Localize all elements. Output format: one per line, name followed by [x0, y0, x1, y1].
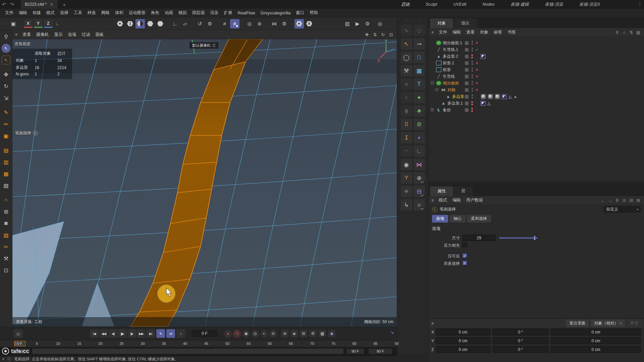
disabled-icon[interactable]: ✕ — [475, 81, 478, 85]
menubar-item-体积[interactable]: 体积 — [113, 9, 126, 17]
menubar-item-创建[interactable]: 创建 — [30, 9, 43, 17]
tree-row-多边形.2[interactable]: ▲多边形.2 — [429, 53, 644, 60]
viewport-canvas[interactable]: Y Z X — [12, 39, 397, 327]
current-frame-field[interactable]: 0 F — [192, 330, 217, 337]
isoline-icon[interactable]: ◎ — [245, 19, 254, 28]
menubar-item-模式[interactable]: 模式 — [44, 9, 57, 17]
visibility-dots[interactable] — [471, 74, 473, 79]
home-icon[interactable]: ⌂ — [621, 30, 627, 35]
magnet-points-icon[interactable]: ⠿ — [401, 119, 412, 130]
weld-tool[interactable]: ◙ — [1, 218, 11, 228]
auto-snap-icon[interactable]: A — [305, 19, 314, 28]
layout-tab-Nodes[interactable]: Nodes — [482, 1, 495, 8]
light-st-icon[interactable]: ☼ST — [414, 199, 425, 210]
menubar-item-窗口[interactable]: 窗口 — [293, 9, 307, 17]
camera-label-pill[interactable]: 默认摄像机 已 — [190, 42, 218, 49]
tweak-select-icon[interactable]: ↖ — [401, 38, 412, 50]
layer-square[interactable] — [465, 108, 469, 112]
size-slider[interactable] — [499, 237, 538, 239]
disabled-icon[interactable]: ✕ — [475, 88, 478, 92]
sparkle-icon[interactable]: ✧ — [401, 186, 412, 197]
menubar-item-角色[interactable]: 角色 — [149, 9, 162, 17]
range-scrollbar[interactable] — [32, 349, 343, 354]
generator-gear-icon[interactable]: ⚙ — [414, 119, 425, 130]
model-mode[interactable] — [146, 19, 155, 28]
more-layouts-icon[interactable]: ⋮ — [636, 2, 644, 7]
tweak-mode-icon[interactable]: ⚙ — [280, 19, 289, 28]
position-Y-field[interactable]: 0 cm — [436, 337, 490, 344]
disabled-icon[interactable]: ✕ — [475, 61, 478, 65]
size-mode-button[interactable]: 尺寸 — [627, 319, 642, 327]
undo-icon[interactable]: ↶ — [0, 2, 8, 7]
attr-menu-模式[interactable]: 模式 — [436, 196, 449, 204]
polygon-pen-tool[interactable]: ✎ — [1, 107, 11, 117]
cloner-icon[interactable]: ♣ — [414, 105, 425, 117]
circle-spline-icon[interactable]: ◯ — [401, 52, 412, 63]
layer-square[interactable] — [465, 102, 469, 105]
layer-square[interactable] — [465, 41, 469, 45]
render-settings-button[interactable]: ⚙ — [363, 19, 372, 28]
polygon-selection-tag[interactable] — [502, 94, 507, 99]
tree-row-引导线.1[interactable]: ╱引导线.1✓ — [429, 46, 644, 53]
visibility-icon[interactable]: ◉ — [401, 159, 412, 170]
scatter-points-icon[interactable]: ⠒ — [401, 145, 412, 157]
menubar-item-Greyscalegorilla[interactable]: Greyscalegorilla — [258, 9, 293, 17]
section-tab-轴心[interactable]: 轴心 — [449, 215, 466, 223]
close-hole-tool[interactable]: ⊡ — [1, 265, 11, 275]
om-menu-文件[interactable]: 文件 — [436, 28, 449, 37]
scale-Z-field[interactable]: 0 cm — [551, 346, 641, 353]
redo-icon[interactable]: ↷ — [8, 2, 16, 7]
disabled-icon[interactable]: ✕ — [475, 68, 478, 72]
range-end-field-2[interactable]: 90 F — [368, 348, 392, 354]
viewport-menu-过滤[interactable]: 过滤 — [79, 31, 93, 39]
coord-swap-icon[interactable]: ↺ — [195, 19, 205, 28]
attr-menu-编辑[interactable]: 编辑 — [450, 196, 463, 204]
tree-row-对称[interactable]: −⋈对称✕ — [429, 86, 644, 93]
redirect-icon[interactable]: ↳ — [401, 199, 412, 210]
tab-层[interactable]: 层 — [454, 186, 473, 196]
spline-smooth-icon[interactable]: ∿ — [401, 25, 412, 36]
tree-row-多边形.1[interactable]: ▲多边形.1△ — [429, 100, 644, 107]
menubar-item-跟踪器[interactable]: 跟踪器 — [190, 9, 207, 17]
subdivide-tool[interactable]: ▦ — [1, 169, 11, 179]
axis-toggle-Y[interactable]: Y — [34, 20, 43, 28]
coord-burger-icon[interactable]: ≡ — [431, 321, 434, 326]
new-tab-button[interactable]: + — [61, 2, 68, 7]
attr-menu-用户数据[interactable]: 用户数据 — [464, 196, 485, 204]
goto-end-button[interactable]: ▶| — [146, 329, 155, 338]
rotation-Y-field[interactable]: 0 ° — [492, 337, 549, 344]
render-picture-viewer-button[interactable]: ▶ — [353, 19, 362, 28]
key-position-toggle[interactable]: ◉ — [242, 330, 250, 338]
viewport-menu-面板[interactable]: 面板 — [93, 31, 106, 39]
visibility-dots[interactable] — [471, 67, 473, 72]
collapse-icon[interactable]: − — [431, 81, 434, 84]
collapse-icon[interactable]: − — [435, 88, 438, 91]
dolly-icon[interactable]: ⇅ — [372, 32, 378, 37]
point-mode[interactable] — [115, 19, 125, 28]
globe-st-icon[interactable]: ⊕ST — [414, 172, 425, 184]
nav-forward-icon[interactable]: → — [607, 198, 613, 203]
iron-tool[interactable]: ⚒ — [1, 253, 11, 263]
grid-snap-icon[interactable]: # — [230, 19, 239, 28]
enabled-icon[interactable]: ✓ — [475, 48, 478, 52]
layout-tab-夜猫-渲染[interactable]: 夜猫-渲染 — [544, 1, 564, 8]
viewport-3d[interactable]: Y Z X 透视视图 默认摄像机 已 选取对象总计 对象134 多边形16221… — [12, 39, 397, 327]
layer-square[interactable] — [465, 75, 469, 78]
key-settings-icon[interactable]: ⚙ — [309, 330, 317, 337]
visibility-dots[interactable] — [471, 81, 473, 85]
pan-icon[interactable]: ✥ — [364, 32, 370, 37]
attr-burger-icon[interactable]: ≡ — [431, 198, 434, 203]
rectangle-spline-icon[interactable]: □ — [414, 52, 425, 63]
live-selection-tool[interactable]: ↖ — [2, 44, 10, 53]
key-scale-toggle[interactable]: ◎ — [251, 330, 259, 338]
filter-icon[interactable]: ⊙ — [621, 198, 627, 203]
layer-square[interactable] — [465, 55, 469, 58]
panel-splitter[interactable] — [429, 182, 644, 185]
om-menu-查看[interactable]: 查看 — [464, 28, 477, 37]
menubar-item-帮助[interactable]: 帮助 — [307, 9, 320, 17]
tree-row-引导线[interactable]: ╱引导线✕ — [429, 73, 644, 80]
menubar-item-样条[interactable]: 样条 — [85, 9, 98, 17]
menubar-item-扩展[interactable]: 扩展 — [222, 9, 235, 17]
cycle-toggle[interactable]: ⇄ — [166, 329, 175, 338]
disabled-icon[interactable]: ✕ — [475, 41, 478, 45]
